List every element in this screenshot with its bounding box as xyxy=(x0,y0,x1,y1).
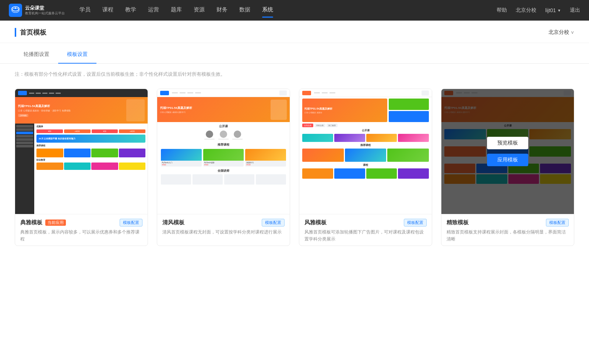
nav-item-course[interactable]: 课程 xyxy=(102,6,113,15)
template-card-diya[interactable]: 托福TP01-54真题及解析 口语 心理建设 成就你・助你突破・进阶学习 免费领… xyxy=(15,89,148,246)
badge-current-diya: 当前应用 xyxy=(45,220,66,226)
logo-subtitle: 教育机构一站式服务云平台 xyxy=(25,11,65,16)
branch-link[interactable]: 北京分校 xyxy=(516,7,536,14)
nav-menu: 学员 课程 教学 运营 题库 资源 财务 数据 系统 xyxy=(80,6,497,15)
config-btn-qingfeng[interactable]: 模板配置 xyxy=(262,219,285,226)
nav-item-operation[interactable]: 运营 xyxy=(148,6,159,15)
user-menu[interactable]: lijt01 ▼ xyxy=(545,7,561,13)
card-name-qingfeng: 清风模板 xyxy=(162,219,184,226)
nav-item-student[interactable]: 学员 xyxy=(80,6,91,15)
template-card-qingfeng[interactable]: 托福TP01-54真题及解析 口语 心理建设 成就你 进阶学习 公开课 xyxy=(157,89,290,246)
card-footer-jingzhi: 精致模板 模板配置 精致首页模板支持课程展示封面，各模板分隔明显，界面简洁清晰 xyxy=(441,214,574,246)
navbar-right: 帮助 北京分校 lijt01 ▼ 退出 xyxy=(497,7,580,14)
nav-item-finance[interactable]: 财务 xyxy=(216,6,228,15)
note-text: 注：模板有部分个性化样式设置，设置后仅当前模板生效；非个性化样式设置后针对所有模… xyxy=(0,64,589,81)
branch-chevron-icon: ∨ xyxy=(571,29,574,36)
nav-item-question[interactable]: 题库 xyxy=(171,6,182,15)
username-label: lijt01 xyxy=(545,7,556,13)
card-desc-diya: 典雅首页模板，展示内容较多，可以展示优惠券和多个推荐课程 xyxy=(20,229,142,243)
tabs-bar: 轮播图设置 模板设置 xyxy=(0,46,589,64)
help-link[interactable]: 帮助 xyxy=(497,7,507,14)
card-footer-fengya: 风雅模板 模板配置 风雅首页模板可添加轮播图下广告图片，可对课程及课程包设置学科… xyxy=(299,214,432,246)
branch-selector-label: 北京分校 xyxy=(549,29,569,36)
card-name-jingzhi: 精致模板 xyxy=(447,219,469,226)
card-name-fengya: 风雅模板 xyxy=(304,219,327,226)
config-btn-fengya[interactable]: 模板配置 xyxy=(404,219,427,226)
card-desc-fengya: 风雅首页模板可添加轮播图下广告图片，可对课程及课程包设置学科分类展示 xyxy=(304,229,427,243)
branch-selector[interactable]: 北京分校 ∨ xyxy=(549,29,574,36)
template-preview-fengya: 托福TP01-54真题及解析 口语 心理建设 成就你 全部品类 学科分类 xyxy=(299,89,432,214)
config-btn-jingzhi[interactable]: 模板配置 xyxy=(546,219,569,226)
logo-icon xyxy=(9,4,22,17)
templates-grid: 托福TP01-54真题及解析 口语 心理建设 成就你・助你突破・进阶学习 免费领… xyxy=(0,81,589,261)
logo-name: 云朵课堂 xyxy=(25,5,65,11)
template-overlay-jingzhi: 预览模板 应用模板 xyxy=(441,89,574,214)
card-desc-qingfeng: 清风首页模板课程无封面，可设置按学科分类对课程进行展示 xyxy=(162,229,285,236)
page-title: 首页模板 xyxy=(15,28,46,37)
tab-template[interactable]: 模板设置 xyxy=(58,46,96,64)
card-footer-qingfeng: 清风模板 模板配置 清风首页模板课程无封面，可设置按学科分类对课程进行展示 xyxy=(157,214,290,239)
page-content: 首页模板 北京分校 ∨ 轮播图设置 模板设置 注：模板有部分个性化样式设置，设置… xyxy=(0,21,589,364)
page-header: 首页模板 北京分校 ∨ xyxy=(0,21,589,43)
svg-point-2 xyxy=(15,7,16,9)
card-footer-diya: 典雅模板 当前应用 模板配置 典雅首页模板，展示内容较多，可以展示优惠券和多个推… xyxy=(15,214,148,246)
template-preview-diya: 托福TP01-54真题及解析 口语 心理建设 成就你・助你突破・进阶学习 免费领… xyxy=(15,89,148,214)
nav-item-teaching[interactable]: 教学 xyxy=(125,6,136,15)
logo[interactable]: 云朵课堂 教育机构一站式服务云平台 xyxy=(9,4,65,17)
nav-item-system[interactable]: 系统 xyxy=(262,6,273,15)
template-preview-qingfeng: 托福TP01-54真题及解析 口语 心理建设 成就你 进阶学习 公开课 xyxy=(157,89,290,214)
user-chevron-icon: ▼ xyxy=(557,8,561,13)
template-preview-jingzhi: 托福TP01-54真题及解析 口语 心理建设 成就你 进阶学习 公开课 推荐课程 xyxy=(441,89,574,214)
logout-link[interactable]: 退出 xyxy=(570,7,580,14)
preview-template-btn[interactable]: 预览模板 xyxy=(487,137,528,149)
card-desc-jingzhi: 精致首页模板支持课程展示封面，各模板分隔明显，界面简洁清晰 xyxy=(447,229,569,243)
nav-item-resource[interactable]: 资源 xyxy=(194,6,205,15)
tab-carousel[interactable]: 轮播图设置 xyxy=(15,46,58,64)
apply-template-btn[interactable]: 应用模板 xyxy=(487,154,528,166)
template-card-jingzhi[interactable]: 托福TP01-54真题及解析 口语 心理建设 成就你 进阶学习 公开课 推荐课程 xyxy=(441,89,574,246)
nav-item-data[interactable]: 数据 xyxy=(239,6,250,15)
card-name-diya: 典雅模板 xyxy=(20,219,42,226)
navbar: 云朵课堂 教育机构一站式服务云平台 学员 课程 教学 运营 题库 资源 财务 数… xyxy=(0,0,589,21)
template-card-fengya[interactable]: 托福TP01-54真题及解析 口语 心理建设 成就你 全部品类 学科分类 xyxy=(299,89,432,246)
config-btn-diya[interactable]: 模板配置 xyxy=(120,219,142,226)
